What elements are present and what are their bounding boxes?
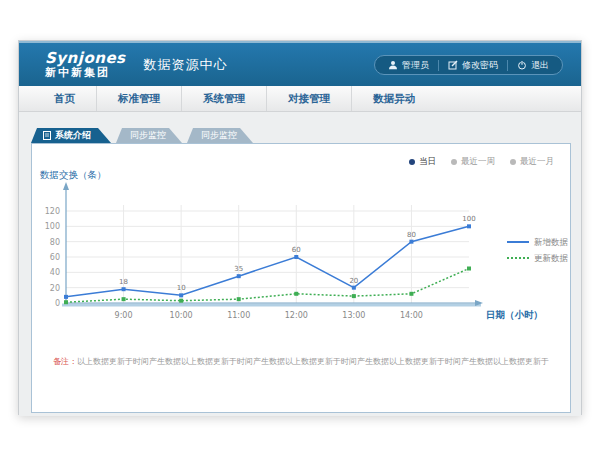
change-password-button[interactable]: 修改密码 (439, 59, 507, 72)
line-chart: 0204060801001209:0010:0011:0012:0013:001… (32, 144, 572, 344)
footnote-label: 备注： (53, 357, 77, 366)
data-point (294, 292, 298, 296)
data-point (352, 286, 356, 290)
data-point-label: 18 (119, 278, 128, 286)
legend-label: 更新数据 (534, 253, 569, 263)
data-point (467, 267, 471, 271)
time-range-filters: 当日 最近一周 最近一月 (409, 156, 554, 168)
tab-sync-monitor-2[interactable]: 同步监控 (187, 128, 253, 143)
x-tick-label: 14:00 (400, 311, 423, 320)
document-icon (43, 131, 51, 140)
data-point-label: 35 (234, 265, 243, 273)
change-password-label: 修改密码 (462, 59, 498, 72)
data-point (122, 287, 126, 291)
data-point-label: 60 (292, 246, 301, 254)
legend-label: 新增数据 (534, 237, 569, 247)
filter-label: 最近一周 (461, 156, 495, 168)
data-point (409, 240, 413, 244)
tab-label: 系统介绍 (55, 129, 91, 142)
y-tick-label: 80 (50, 238, 60, 247)
power-icon (517, 60, 527, 70)
tab-system-intro[interactable]: 系统介绍 (31, 128, 111, 143)
x-tick-label: 9:00 (115, 311, 133, 320)
tab-bar: 系统介绍 同步监控 同步监控 (31, 128, 253, 143)
footnote-text: 以上数据更新于时间产生数据以上数据更新于时间产生数据以上数据更新于时间产生数据以… (77, 357, 549, 366)
user-icon (388, 60, 398, 70)
tab-label: 同步监控 (130, 129, 166, 142)
filter-last-month[interactable]: 最近一月 (510, 156, 554, 168)
data-point-label: 100 (462, 215, 475, 223)
data-point (237, 274, 241, 278)
logo-text-cn: 新中新集团 (45, 67, 126, 79)
logo: Synjones 新中新集团 (45, 51, 126, 78)
filter-label: 当日 (419, 156, 436, 168)
data-point (179, 293, 183, 297)
nav-item-integration-mgmt[interactable]: 对接管理 (267, 86, 352, 111)
nav-item-home[interactable]: 首页 (33, 86, 97, 111)
x-tick-label: 12:00 (285, 311, 308, 320)
tab-sync-monitor-1[interactable]: 同步监控 (116, 128, 182, 143)
data-point (64, 300, 68, 304)
data-point-label: 10 (177, 284, 186, 292)
data-point (467, 224, 471, 228)
logout-label: 退出 (531, 59, 549, 72)
y-tick-label: 60 (50, 253, 60, 262)
y-tick-label: 40 (50, 268, 60, 277)
user-name-label: 管理员 (402, 59, 429, 72)
y-tick-label: 0 (55, 299, 60, 308)
nav-item-data-change[interactable]: 数据异动 (352, 86, 436, 111)
screenshot-canvas: Synjones 新中新集团 数据资源中心 管理员 (0, 0, 600, 450)
y-tick-label: 120 (45, 207, 60, 216)
data-point (64, 295, 68, 299)
main-nav: 首页 标准管理 系统管理 对接管理 数据异动 (19, 86, 581, 112)
nav-item-system-mgmt[interactable]: 系统管理 (182, 86, 267, 111)
nav-item-standard-mgmt[interactable]: 标准管理 (97, 86, 182, 111)
data-point (409, 292, 413, 296)
data-point (352, 294, 356, 298)
content-area: 系统介绍 同步监控 同步监控 当日 最近一周 (19, 112, 581, 416)
y-tick-label: 20 (50, 284, 60, 293)
logo-text-en: Synjones (45, 51, 126, 67)
x-axis-title: 日期（小时） (486, 309, 543, 321)
logout-button[interactable]: 退出 (508, 59, 558, 72)
app-header: Synjones 新中新集团 数据资源中心 管理员 (19, 41, 581, 86)
filter-today[interactable]: 当日 (409, 156, 436, 168)
chart-legend-item[interactable]: 更新数据 (507, 253, 569, 263)
x-tick-label: 11:00 (227, 311, 250, 320)
data-point (179, 299, 183, 303)
radio-dot-icon (451, 159, 457, 165)
chart-legend-item[interactable]: 新增数据 (507, 237, 569, 247)
page-title: 数据资源中心 (144, 56, 228, 74)
data-point-label: 20 (349, 277, 358, 285)
y-tick-label: 100 (45, 222, 60, 231)
tab-label: 同步监控 (201, 129, 237, 142)
x-tick-label: 13:00 (342, 311, 365, 320)
chart-panel: 当日 最近一周 最近一月 0204060801001209:0010:0011:… (31, 143, 571, 413)
filter-last-week[interactable]: 最近一周 (451, 156, 495, 168)
x-tick-label: 10:00 (170, 311, 193, 320)
data-point (122, 297, 126, 301)
y-axis-title: 数据交换（条） (40, 169, 107, 180)
radio-dot-icon (510, 159, 516, 165)
radio-dot-icon (409, 159, 415, 165)
edit-icon (448, 60, 458, 70)
data-point-label: 80 (407, 231, 416, 239)
app-window: Synjones 新中新集团 数据资源中心 管理员 (18, 40, 582, 415)
filter-label: 最近一月 (520, 156, 554, 168)
data-point (237, 297, 241, 301)
data-point (294, 255, 298, 259)
footnote: 备注：以上数据更新于时间产生数据以上数据更新于时间产生数据以上数据更新于时间产生… (32, 356, 570, 367)
user-toolbar: 管理员 修改密码 退出 (374, 55, 563, 75)
user-menu-button[interactable]: 管理员 (379, 59, 438, 72)
y-axis-arrow-icon (63, 182, 69, 190)
